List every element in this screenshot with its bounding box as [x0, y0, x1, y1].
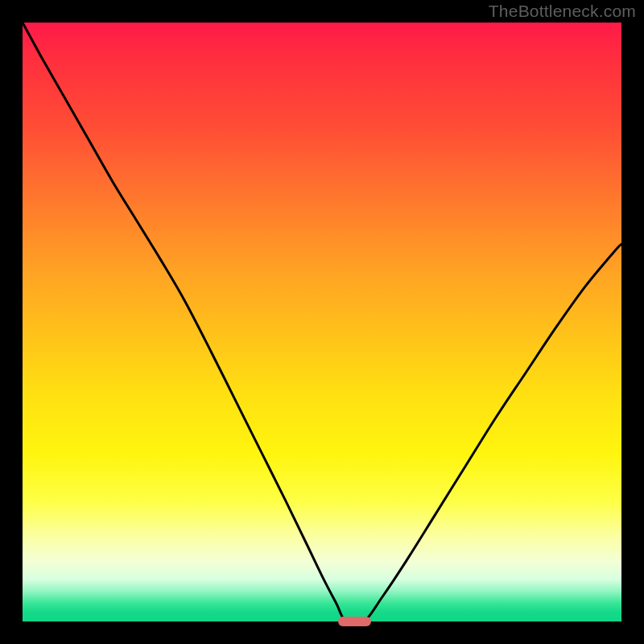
watermark-text: TheBottleneck.com	[489, 2, 636, 21]
bottleneck-curve-path	[23, 23, 621, 624]
curve-svg	[23, 23, 621, 621]
optimal-marker	[338, 617, 371, 626]
plot-area	[23, 23, 621, 621]
chart-frame: TheBottleneck.com	[0, 0, 644, 644]
